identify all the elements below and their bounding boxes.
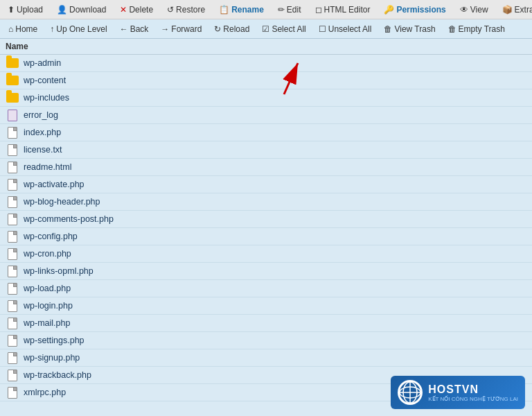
file-name: readme.html <box>24 162 71 172</box>
list-item[interactable]: wp-settings.php <box>0 332 532 349</box>
view-trash-icon: 🗑 <box>384 24 392 34</box>
edit-icon: ✏ <box>278 5 285 15</box>
list-item[interactable]: error_log <box>0 107 532 124</box>
file-icon-wrapper <box>6 161 19 173</box>
file-icon <box>8 387 17 399</box>
hostvn-text-container: HOSTVN KẾT NỐI CÔNG NGHỆ TƯƠNG LAI <box>428 383 518 402</box>
permissions-icon: 🔑 <box>384 5 394 15</box>
file-icon <box>8 214 17 225</box>
name-column-header: Name <box>6 42 28 51</box>
permissions-button[interactable]: 🔑 Permissions <box>379 3 450 16</box>
list-item[interactable]: wp-content <box>0 72 532 89</box>
unselect-all-label: Unselect All <box>328 24 372 34</box>
file-icon <box>8 352 17 364</box>
hostvn-logo: HOSTVN KẾT NỐI CÔNG NGHỆ TƯƠNG LAI <box>391 376 525 409</box>
list-item[interactable]: wp-links-opml.php <box>0 263 532 280</box>
file-icon-wrapper <box>6 109 19 121</box>
forward-button[interactable]: → Forward <box>155 23 207 35</box>
file-name: wp-cron.php <box>24 249 71 259</box>
file-icon-wrapper <box>6 213 19 225</box>
file-icon <box>8 283 17 295</box>
upload-label: Upload <box>17 5 43 15</box>
file-icon <box>8 335 17 347</box>
file-icon-wrapper <box>6 144 19 156</box>
list-item[interactable]: wp-mail.php <box>0 315 532 332</box>
up-one-level-button[interactable]: ↑ Up One Level <box>44 23 112 35</box>
main-toolbar: ⬆ Upload 👤 Download ✕ Delete ↺ Restore 📋… <box>0 0 532 19</box>
view-trash-button[interactable]: 🗑 View Trash <box>378 23 441 35</box>
list-item[interactable]: wp-config.php <box>0 228 532 245</box>
delete-icon: ✕ <box>120 5 127 15</box>
home-button[interactable]: ⌂ Home <box>3 23 43 35</box>
restore-button[interactable]: ↺ Restore <box>162 3 210 16</box>
list-item[interactable]: wp-admin <box>0 55 532 72</box>
back-button[interactable]: ← Back <box>114 23 154 35</box>
file-name: index.php <box>24 128 61 137</box>
file-name: wp-content <box>24 76 66 85</box>
file-list-container: Name wp-admin wp-content wp-includes err… <box>0 39 532 416</box>
file-name: wp-trackback.php <box>24 370 91 380</box>
file-name: wp-links-opml.php <box>24 266 94 276</box>
list-item[interactable]: index.php <box>0 124 532 141</box>
home-label: Home <box>15 24 37 34</box>
list-item[interactable]: wp-signup.php <box>0 349 532 367</box>
restore-icon: ↺ <box>167 5 174 15</box>
file-icon <box>8 127 17 139</box>
hostvn-logo-svg <box>399 381 421 404</box>
list-item[interactable]: readme.html <box>0 159 532 176</box>
edit-button[interactable]: ✏ Edit <box>273 3 306 16</box>
upload-icon: ⬆ <box>8 5 15 15</box>
view-button[interactable]: 👁 View <box>455 3 493 16</box>
extract-button[interactable]: 📦 Extract <box>497 3 532 16</box>
hostvn-tagline: KẾT NỐI CÔNG NGHỆ TƯƠNG LAI <box>428 396 518 402</box>
html-editor-button[interactable]: ◻ HTML Editor <box>310 3 375 16</box>
file-icon <box>8 370 17 381</box>
empty-trash-label: Empty Trash <box>459 24 505 34</box>
select-all-icon: ☑ <box>262 24 269 34</box>
file-icon-wrapper <box>6 300 19 312</box>
empty-trash-icon: 🗑 <box>448 24 456 34</box>
list-item[interactable]: wp-login.php <box>0 297 532 315</box>
delete-button[interactable]: ✕ Delete <box>115 3 158 16</box>
file-name: wp-comments-post.php <box>24 214 114 224</box>
file-name: wp-mail.php <box>24 318 70 328</box>
view-label: View <box>470 5 488 15</box>
file-name: wp-admin <box>24 58 61 68</box>
file-icon-wrapper <box>6 126 19 139</box>
list-item[interactable]: wp-activate.php <box>0 176 532 193</box>
file-icon <box>8 231 17 243</box>
file-name: license.txt <box>24 145 62 155</box>
file-icon <box>8 248 17 260</box>
empty-trash-button[interactable]: 🗑 Empty Trash <box>443 23 511 35</box>
list-item[interactable]: license.txt <box>0 141 532 159</box>
file-icon <box>8 266 17 277</box>
download-icon: 👤 <box>57 5 67 15</box>
back-icon: ← <box>120 24 128 34</box>
up-label: Up One Level <box>56 24 107 34</box>
file-name: wp-includes <box>24 93 69 103</box>
back-label: Back <box>130 24 149 34</box>
permissions-label: Permissions <box>396 5 445 15</box>
forward-label: Forward <box>171 24 202 34</box>
list-item[interactable]: wp-includes <box>0 89 532 107</box>
file-name: wp-config.php <box>24 232 78 241</box>
file-icon-wrapper <box>6 386 19 399</box>
download-button[interactable]: 👤 Download <box>52 3 111 16</box>
unselect-all-button[interactable]: ☐ Unselect All <box>313 23 378 35</box>
hostvn-logo-icon <box>398 380 423 405</box>
select-all-label: Select All <box>272 24 305 34</box>
list-item[interactable]: wp-cron.php <box>0 245 532 263</box>
list-item[interactable]: wp-comments-post.php <box>0 211 532 228</box>
file-name: wp-settings.php <box>24 336 85 345</box>
list-item[interactable]: wp-blog-header.php <box>0 193 532 211</box>
rename-button[interactable]: 📋 Rename <box>214 3 269 16</box>
list-item[interactable]: wp-load.php <box>0 280 532 297</box>
file-icon-wrapper <box>6 282 19 295</box>
reload-button[interactable]: ↻ Reload <box>209 23 255 35</box>
file-icon <box>8 318 17 329</box>
upload-button[interactable]: ⬆ Upload <box>3 3 48 16</box>
view-trash-label: View Trash <box>394 24 435 34</box>
html-editor-label: HTML Editor <box>324 5 371 15</box>
file-name: wp-blog-header.php <box>24 197 100 207</box>
select-all-button[interactable]: ☑ Select All <box>256 23 311 35</box>
